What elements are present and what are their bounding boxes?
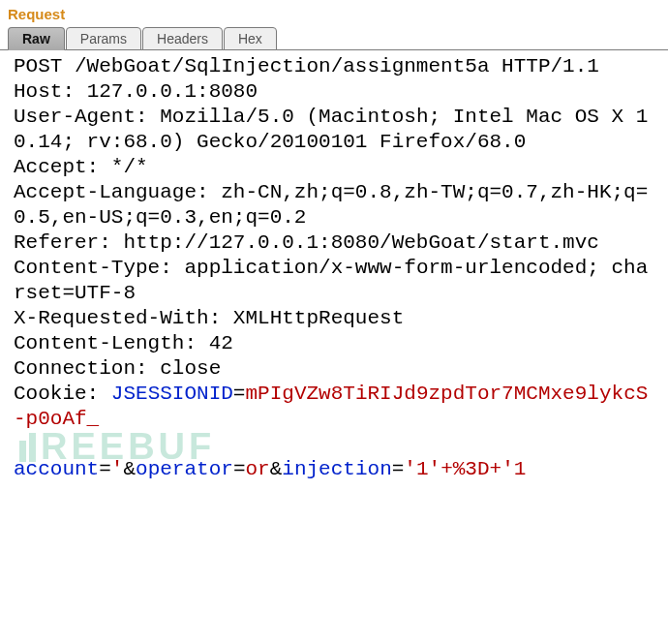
raw-request-body[interactable]: POST /WebGoat/SqlInjection/assignment5a … xyxy=(0,50,668,492)
hdr-cookie-label: Cookie: xyxy=(14,383,99,405)
hdr-content-type: application/x-www-form-urlencoded; chars… xyxy=(14,257,648,304)
hdr-user-agent: Mozilla/5.0 (Macintosh; Intel Mac OS X 1… xyxy=(14,106,648,153)
param-value: ' xyxy=(111,458,124,480)
hdr-accept-language: zh-CN,zh;q=0.8,zh-TW;q=0.7,zh-HK;q=0.5,e… xyxy=(14,181,648,229)
tab-params[interactable]: Params xyxy=(66,27,141,50)
tab-raw[interactable]: Raw xyxy=(8,27,65,50)
hdr-host: 127.0.0.1:8080 xyxy=(87,80,258,103)
param-name: account xyxy=(14,458,99,480)
tab-hex[interactable]: Hex xyxy=(224,27,277,50)
hdr-connection: close xyxy=(160,357,221,380)
hdr-accept: */* xyxy=(111,156,148,178)
tab-headers[interactable]: Headers xyxy=(142,27,223,50)
hdr-referer: http://127.0.0.1:8080/WebGoat/start.mvc xyxy=(123,231,598,254)
param-name: operator xyxy=(136,458,233,480)
param-value: '1'+%3D+'1 xyxy=(404,458,526,480)
hdr-xreq: XMLHttpRequest xyxy=(233,307,404,329)
panel-title: Request xyxy=(0,0,668,26)
cookie-value: mPIgVZw8TiRIJd9zpdTor7MCMxe9lykcS-p0oAf_ xyxy=(14,383,648,430)
request-line: POST /WebGoat/SqlInjection/assignment5a … xyxy=(14,55,599,77)
cookie-name: JSESSIONID xyxy=(111,383,233,405)
param-value: or xyxy=(245,458,269,480)
tab-bar: Raw Params Headers Hex xyxy=(0,26,668,50)
param-name: injection xyxy=(282,458,391,480)
hdr-content-length: 42 xyxy=(209,332,233,354)
